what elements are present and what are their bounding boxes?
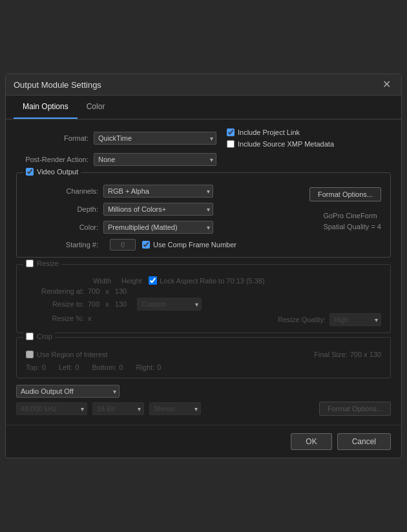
crop-section: Crop Use Region of Interest Final Size: … (16, 337, 391, 378)
channels-label: Channels: (26, 187, 103, 195)
channels-select-wrapper: RGB + Alpha (103, 185, 213, 198)
right-value: 0 (157, 363, 161, 371)
final-size-value: 700 x 130 (350, 351, 381, 358)
audio-stereo-select[interactable]: Stereo (149, 402, 201, 415)
top-label: Top: (26, 363, 39, 371)
channels-row: Channels: RGB + Alpha (26, 185, 236, 198)
bottom-value: 0 (119, 363, 123, 371)
include-project-link-checkbox[interactable] (227, 128, 235, 136)
close-button[interactable]: ✕ (380, 79, 393, 90)
format-label: Format: (16, 134, 94, 142)
starting-label: Starting #: (26, 241, 103, 249)
video-output-label[interactable]: Video Output (26, 168, 78, 176)
depth-select[interactable]: Millions of Colors+ (103, 203, 213, 216)
left-value: 0 (75, 363, 79, 371)
width-header: Width (89, 277, 115, 285)
final-size-label: Final Size: (314, 351, 347, 358)
crop-checkbox-label[interactable]: Crop (26, 332, 52, 340)
dialog-title: Output Module Settings (14, 80, 101, 90)
resize-quality-select[interactable]: High (329, 313, 381, 326)
resize-section: Resize Width Height Lock Aspect Ratio to… (16, 264, 391, 333)
rendering-at-label: Rendering at: (26, 287, 84, 295)
audio-khz-select[interactable]: 48.000 kHz (16, 402, 87, 415)
format-select[interactable]: QuickTime (94, 132, 216, 145)
resize-checkbox-label[interactable]: Resize (26, 260, 59, 267)
video-controls-left: Channels: RGB + Alpha Depth: Millions o (26, 185, 236, 251)
top-value: 0 (42, 363, 46, 371)
footer-buttons: OK Cancel (6, 425, 401, 458)
gopro-line1: GoPro CineForm (323, 210, 381, 221)
resize-pct-label: Resize %: (26, 314, 84, 322)
main-content: Format: QuickTime Include Project Link I… (6, 119, 401, 425)
use-roi-checkbox[interactable] (26, 351, 34, 358)
include-project-link-label[interactable]: Include Project Link (227, 128, 334, 136)
tabs-container: Main Options Color (6, 96, 401, 119)
resize-quality-label: Resize Quality: (278, 316, 326, 323)
left-label: Left: (59, 363, 72, 371)
color-label: Color: (26, 223, 103, 231)
include-xmp-checkbox[interactable] (227, 140, 235, 148)
resize-checkbox[interactable] (26, 260, 34, 267)
rendering-at-row: Rendering at: 700 x 130 (26, 287, 381, 295)
format-row: Format: QuickTime Include Project Link I… (16, 128, 391, 148)
final-size: Final Size: 700 x 130 (314, 351, 381, 358)
cancel-button[interactable]: Cancel (337, 433, 391, 450)
right-label: Right: (136, 363, 154, 371)
use-comp-frame-checkbox[interactable] (142, 241, 150, 249)
tab-color[interactable]: Color (78, 96, 114, 119)
use-roi-label[interactable]: Use Region of Interest (26, 351, 107, 358)
resize-pct-x: x (88, 314, 92, 322)
format-options-button[interactable]: Format Options... (309, 187, 381, 201)
video-output-checkbox-wrapper: Video Output (23, 168, 81, 176)
wh-headers-row: Width Height Lock Aspect Ratio to 70:13 … (89, 276, 381, 285)
lock-aspect-checkbox[interactable] (149, 276, 157, 285)
resize-h: 130 (115, 300, 127, 308)
video-output-section: Video Output Channels: RGB + Alpha (16, 172, 391, 258)
crop-left: Left: 0 (59, 363, 79, 371)
resize-custom-select[interactable]: Custom (137, 298, 202, 311)
video-output-checkbox[interactable] (26, 168, 34, 176)
crop-values-row: Top: 0 Left: 0 Bottom: 0 Right: 0 (26, 363, 381, 371)
audio-format-options-button[interactable]: Format Options... (319, 402, 391, 416)
audio-output-select[interactable]: Audio Output Off (16, 385, 120, 398)
rendering-x: x (105, 287, 109, 295)
crop-right: Right: 0 (136, 363, 161, 371)
color-select-wrapper: Premultiplied (Matted) (103, 221, 213, 234)
resize-pct-row: Resize %: x (26, 314, 92, 322)
post-render-select[interactable]: None (94, 153, 216, 166)
post-render-row: Post-Render Action: None (16, 153, 391, 166)
ok-button[interactable]: OK (291, 433, 331, 450)
starting-row: Starting #: Use Comp Frame Number (26, 239, 236, 251)
resize-pct-quality-row: Resize %: x Resize Quality: High (26, 313, 381, 326)
resize-quality-row: Resize Quality: High (278, 313, 381, 326)
crop-top-row: Use Region of Interest Final Size: 700 x… (26, 351, 381, 358)
crop-top: Top: 0 (26, 363, 46, 371)
audio-stereo-wrapper: Stereo (149, 402, 201, 415)
crop-checkbox-wrapper: Crop (23, 332, 55, 340)
rendering-h: 130 (115, 287, 127, 295)
include-xmp-label[interactable]: Include Source XMP Metadata (227, 140, 334, 148)
resize-quality-wrapper: High (329, 313, 381, 326)
starting-input[interactable] (110, 239, 136, 251)
audio-output-wrapper: Audio Output Off (16, 385, 120, 398)
channels-select[interactable]: RGB + Alpha (103, 185, 213, 198)
depth-label: Depth: (26, 205, 103, 213)
title-bar: Output Module Settings ✕ (6, 74, 401, 96)
color-select[interactable]: Premultiplied (Matted) (103, 221, 213, 234)
resize-w: 700 (88, 300, 99, 308)
audio-options-row: 48.000 kHz 16 Bit Stereo Format Options.… (16, 402, 391, 416)
audio-khz-wrapper: 48.000 kHz (16, 402, 87, 415)
resize-custom-wrapper: Custom (137, 298, 202, 311)
video-controls-right: Format Options... GoPro CineForm Spatial… (309, 185, 381, 251)
resize-to-label: Resize to: (26, 300, 84, 308)
tab-main-options[interactable]: Main Options (14, 96, 78, 119)
use-comp-frame-label[interactable]: Use Comp Frame Number (142, 241, 236, 249)
resize-to-row: Resize to: 700 x 130 Custom (26, 298, 381, 311)
audio-bit-select[interactable]: 16 Bit (92, 402, 144, 415)
height-header: Height (119, 277, 145, 285)
post-render-select-wrapper: None (94, 153, 216, 166)
video-output-inner: Channels: RGB + Alpha Depth: Millions o (26, 185, 381, 251)
depth-select-wrapper: Millions of Colors+ (103, 203, 213, 216)
lock-aspect-label[interactable]: Lock Aspect Ratio to 70:13 (5.38) (149, 276, 265, 285)
crop-checkbox[interactable] (26, 332, 34, 340)
